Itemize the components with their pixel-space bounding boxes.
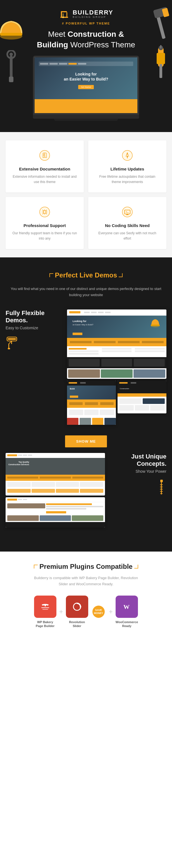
mockup-nav-links (84, 312, 110, 313)
mockup-hero-h1: Looking for (73, 320, 93, 322)
person-1 (7, 515, 39, 521)
mini-img-row-1 (67, 418, 116, 425)
demos-feature-flexible-text: Fully Flexible Demos. Easy to Customize (6, 309, 62, 351)
second-nums (6, 489, 105, 494)
mini-block-1 (69, 402, 83, 405)
plugin-item-wpbakery: WP BakeryPage Builder (34, 595, 56, 628)
mini-logo-1 (69, 382, 77, 383)
feature-title-docs: Extensive Documentation (12, 166, 77, 171)
mockup-nav (67, 309, 166, 316)
mini-img-3 (92, 418, 104, 425)
num-4 (80, 489, 103, 493)
feature-title-nocoding: No Coding Skills Need (95, 223, 160, 228)
svg-rect-39 (8, 348, 10, 349)
stat-3 (118, 341, 140, 343)
mini-col-7 (135, 405, 149, 411)
powerful-tag: # POWERFUL WP THEME (6, 22, 166, 25)
mockup-img-2 (101, 369, 132, 378)
mockup-hero-text: Looking for an Easier Way to Build? (73, 320, 93, 326)
feature-desc-docs: Extensive information needed to install … (12, 174, 77, 185)
laptop-mockup: Looking foran Easier Way to Build? Get S… (33, 56, 139, 121)
mini-mockup-2: Construction (118, 380, 166, 413)
mini-img-1 (67, 418, 78, 425)
section-line-3 (102, 348, 132, 350)
logo-area: BUILDERRY BUILDING GROUP (6, 8, 166, 20)
second-row-2 (7, 503, 103, 514)
demos-title-flexible-text: Fully Flexible Demos. (6, 309, 44, 324)
svg-point-20 (62, 17, 64, 18)
feature-card-nocoding: No Coding Skills Need Everyone can use S… (88, 197, 166, 249)
demos-desc: You will find what you need in one of ou… (6, 286, 166, 298)
mockup-section-1 (67, 346, 100, 357)
section-line-1 (69, 350, 99, 352)
stat-2 (94, 341, 116, 343)
demo-mini-row: Build (67, 380, 166, 427)
laptop-stand (54, 119, 118, 121)
second-logo-2 (7, 499, 17, 501)
laptop-screen: Looking foran Easier Way to Build? Get S… (34, 57, 138, 113)
mini-dark-text: Construction (118, 385, 166, 392)
svg-text:W: W (123, 603, 129, 610)
wrench-icon (3, 50, 20, 84)
svg-rect-30 (126, 215, 129, 215)
nav-link-2 (91, 312, 97, 313)
mini-content-1 (67, 408, 116, 418)
svg-rect-17 (61, 11, 67, 12)
demo-screenshots-flexible: Looking for an Easier Way to Build? (67, 309, 166, 427)
svg-rect-49 (41, 607, 49, 608)
second-link-5 (23, 499, 27, 500)
wpbakery-icon (40, 601, 51, 612)
hero-title: Meet Construction &Building WordPress Th… (6, 29, 166, 50)
bolt-icon (157, 479, 166, 496)
num-2 (31, 489, 55, 493)
svg-point-24 (126, 154, 128, 156)
text-line-2 (46, 506, 103, 507)
mini-img-4 (104, 418, 116, 425)
demo-second-stack: Top QualityConstruction Services (6, 453, 105, 528)
dark-col-3 (134, 359, 165, 367)
svg-point-4 (9, 53, 13, 56)
num-3 (56, 489, 79, 493)
second-yellow-bar (6, 475, 105, 481)
stat-1 (70, 341, 92, 343)
feature-icon-updates (120, 148, 134, 163)
screen-nav (39, 62, 133, 66)
mini-dark-bar (118, 393, 166, 397)
text-line-3 (46, 508, 86, 509)
nav-dot-logo (40, 63, 48, 65)
second-col-3 (56, 482, 79, 487)
mini-mockup-1-wrapper: Build (67, 380, 116, 427)
plugin-logo-wpbakery (34, 595, 56, 618)
mini-col-4 (119, 398, 142, 404)
second-col-img-1 (7, 503, 45, 508)
second-mockup-1: Top QualityConstruction Services (6, 453, 105, 496)
mini-col-5 (143, 398, 165, 404)
mockup-feature-sections (67, 346, 166, 357)
second-link-1 (18, 455, 22, 456)
feature-title-updates: Lifetime Updates (95, 166, 160, 171)
mini-col-1 (69, 409, 83, 415)
feature-icon-docs (38, 148, 52, 163)
demos-feature-unique-screenshots: Top QualityConstruction Services (6, 453, 105, 529)
demos-title-unique: Just Unique Concepts. (110, 453, 166, 468)
plugin-name-revslider: RevolutionSlider (66, 620, 88, 628)
show-me-button[interactable]: SHOW ME (65, 435, 107, 447)
second-logo-1 (7, 454, 17, 456)
mockup-hero-h2: an Easier Way to Build? (73, 324, 93, 326)
features-section: Extensive Documentation Extensive inform… (0, 132, 172, 258)
mini-col-6 (119, 405, 134, 411)
demos-section: Perfect Live Demos You will find what yo… (0, 257, 172, 551)
second-divider (6, 494, 105, 496)
demos-feature-flexible: Fully Flexible Demos. Easy to Customize (6, 309, 166, 427)
second-footer-dark (6, 522, 105, 528)
nav-dot-1 (49, 63, 58, 65)
mini-row-2 (119, 398, 165, 404)
bolt-icon-wrapper (110, 479, 166, 496)
mini-block-3 (100, 402, 114, 405)
demos-sub-unique: Show Your Power (110, 469, 166, 473)
second-link-2 (23, 455, 27, 456)
features-grid: Extensive Documentation Extensive inform… (6, 141, 166, 249)
feature-card-docs: Extensive Documentation Extensive inform… (6, 141, 84, 192)
second-content-2 (6, 502, 105, 515)
plugins-grid: WP BakeryPage Builder + RevolutionSlider… (6, 595, 166, 628)
